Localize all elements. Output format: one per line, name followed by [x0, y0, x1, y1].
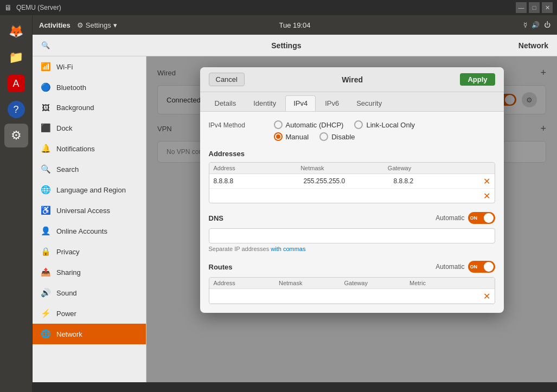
addresses-section: Addresses Address Netmask Gateway — [209, 150, 495, 203]
sidebar-item-sound[interactable]: 🔊 Sound — [33, 282, 146, 303]
clock: Tue 19:04 — [279, 21, 310, 29]
sidebar-item-language[interactable]: 🌐 Language and Region — [33, 179, 146, 200]
addr-address-input-1[interactable] — [209, 189, 299, 203]
method-row-2: Manual Disable — [274, 132, 415, 141]
accessibility-sidebar-icon: ♿ — [40, 205, 51, 215]
dns-toggle[interactable] — [468, 212, 495, 224]
method-disable[interactable]: Disable — [319, 132, 355, 141]
tab-identity[interactable]: Identity — [245, 95, 284, 111]
delete-addr-0-button[interactable]: ✕ — [483, 176, 490, 187]
window-controls: — □ ✕ — [516, 2, 553, 13]
settings-menu[interactable]: ⚙ Settings ▾ — [77, 21, 117, 29]
settings-title: Settings — [54, 41, 518, 50]
language-icon: 🌐 — [40, 185, 51, 195]
col-gateway: Gateway — [388, 165, 475, 171]
addr-gateway-input-0[interactable] — [389, 174, 479, 188]
sidebar-label-privacy: Privacy — [56, 248, 80, 256]
dns-auto-row: Automatic — [436, 212, 495, 224]
sidebar-item-background[interactable]: 🖼 Background — [33, 98, 146, 118]
sidebar-label-notifications: Notifications — [56, 145, 95, 153]
sidebar-item-online-accounts[interactable]: 👤 Online Accounts — [33, 221, 146, 241]
addr-header: Address Netmask Gateway — [209, 163, 495, 174]
method-linklocal[interactable]: Link-Local Only — [354, 120, 415, 129]
addr-netmask-input-1[interactable] — [299, 189, 389, 203]
taskbar-help[interactable]: ? — [4, 98, 28, 121]
modal-title: Wired — [245, 75, 460, 84]
routes-header: Routes Automatic — [209, 261, 495, 273]
sidebar-item-wifi[interactable]: 📶 Wi-Fi — [33, 56, 146, 77]
addr-address-input-0[interactable] — [209, 174, 299, 188]
routes-address-0[interactable] — [209, 289, 277, 303]
taskbar-settings[interactable]: ⚙ — [4, 124, 28, 147]
addresses-grid: Address Netmask Gateway — [209, 162, 495, 203]
dns-hint-link[interactable]: with commas — [271, 246, 305, 252]
sidebar-item-power[interactable]: ⚡ Power — [33, 303, 146, 324]
addr-del-1[interactable]: ✕ — [479, 191, 495, 201]
cancel-button[interactable]: Cancel — [209, 73, 245, 86]
taskbar-software[interactable]: A — [4, 72, 28, 95]
software-icon: A — [8, 75, 25, 92]
routes-address-input-0[interactable] — [209, 289, 277, 303]
addr-row-0: ✕ — [209, 174, 495, 189]
routes-gateway-0[interactable] — [344, 289, 412, 303]
delete-route-0-button[interactable]: ✕ — [483, 291, 490, 301]
sidebar-label-universal-access: Universal Access — [56, 207, 110, 215]
delete-addr-1-button[interactable]: ✕ — [483, 191, 490, 201]
sidebar-item-privacy[interactable]: 🔒 Privacy — [33, 241, 146, 262]
tab-security[interactable]: Security — [348, 95, 390, 111]
search-icon[interactable]: 🔍 — [41, 41, 50, 49]
sidebar-label-wifi: Wi-Fi — [56, 63, 73, 71]
sidebar-item-dock[interactable]: ⬛ Dock — [33, 118, 146, 138]
accessibility-icon: ☿ — [523, 21, 527, 29]
tab-ipv6[interactable]: IPv6 — [317, 95, 347, 111]
sidebar-item-network[interactable]: 🌐 Network — [33, 324, 146, 344]
addr-gateway-0[interactable] — [389, 174, 479, 188]
routes-col-address: Address — [214, 280, 279, 286]
window-title: QEMU (Server) — [16, 4, 511, 11]
method-manual[interactable]: Manual — [274, 132, 309, 141]
maximize-button[interactable]: □ — [529, 2, 540, 13]
ipv4-method-section: IPv4 Method Automatic (DHCP) — [209, 120, 495, 141]
sidebar-label-dock: Dock — [56, 124, 73, 132]
addr-gateway-input-1[interactable] — [389, 189, 479, 203]
addr-address-1[interactable] — [209, 189, 299, 203]
routes-netmask-0[interactable] — [277, 289, 344, 303]
apply-button[interactable]: Apply — [460, 73, 495, 86]
sidebar-item-universal-access[interactable]: ♿ Universal Access — [33, 200, 146, 221]
taskbar-files[interactable]: 📁 — [4, 46, 28, 69]
method-row-1: Automatic (DHCP) Link-Local Only — [274, 120, 415, 129]
method-label: IPv4 Method — [209, 120, 263, 129]
tab-ipv4[interactable]: IPv4 — [285, 95, 316, 111]
method-dhcp-label: Automatic (DHCP) — [286, 121, 344, 129]
wired-config-modal: Cancel Wired Apply Details Identity IPv4… — [200, 67, 504, 313]
addr-netmask-input-0[interactable] — [299, 174, 389, 188]
activities-button[interactable]: Activities — [39, 21, 71, 29]
tab-details[interactable]: Details — [207, 95, 245, 111]
close-button[interactable]: ✕ — [542, 2, 553, 13]
method-dhcp[interactable]: Automatic (DHCP) — [274, 120, 344, 129]
routes-gateway-input-0[interactable] — [344, 289, 412, 303]
minimize-button[interactable]: — — [516, 2, 527, 13]
routes-auto-label: Automatic — [436, 263, 464, 271]
routes-toggle[interactable] — [468, 261, 495, 273]
routes-netmask-input-0[interactable] — [277, 289, 344, 303]
dns-auto-label: Automatic — [436, 214, 464, 222]
routes-metric-input-0[interactable] — [412, 289, 479, 303]
routes-del-0[interactable]: ✕ — [479, 291, 495, 301]
background-icon: 🖼 — [40, 103, 51, 112]
sidebar-label-sharing: Sharing — [56, 268, 81, 277]
addr-netmask-1[interactable] — [299, 189, 389, 203]
routes-metric-0[interactable] — [412, 289, 479, 303]
search-sidebar-icon: 🔍 — [40, 164, 51, 174]
addr-address-0[interactable] — [209, 174, 299, 188]
dns-input[interactable] — [209, 228, 495, 243]
sidebar-item-notifications[interactable]: 🔔 Notifications — [33, 138, 146, 159]
sidebar-item-search[interactable]: 🔍 Search — [33, 159, 146, 179]
taskbar-firefox[interactable]: 🦊 — [4, 20, 28, 43]
sidebar-item-bluetooth[interactable]: 🔵 Bluetooth — [33, 77, 146, 98]
addr-gateway-1[interactable] — [389, 189, 479, 203]
sidebar-item-sharing[interactable]: 📤 Sharing — [33, 262, 146, 282]
dns-toggle-knob — [484, 213, 494, 223]
addr-del-0[interactable]: ✕ — [479, 176, 495, 187]
addr-netmask-0[interactable] — [299, 174, 389, 188]
